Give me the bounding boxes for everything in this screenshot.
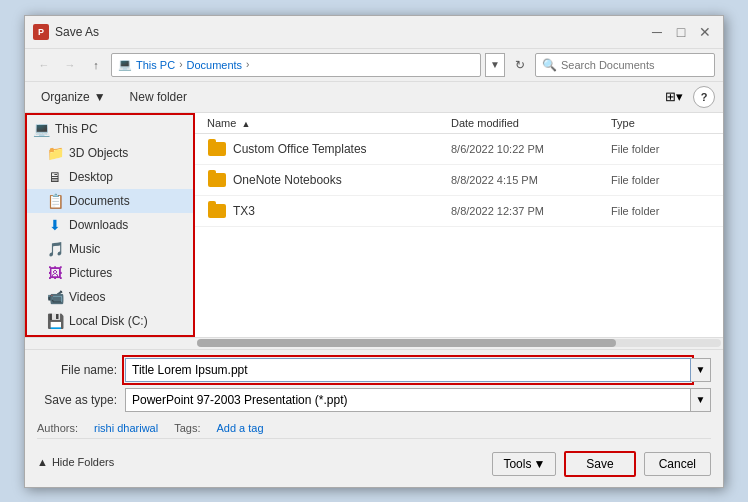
file-type-onenote: File folder	[611, 174, 711, 186]
column-type[interactable]: Type	[611, 117, 711, 129]
authors-value[interactable]: rishi dhariwal	[94, 422, 158, 434]
breadcrumb-sep1: ›	[179, 59, 182, 70]
sidebar-label-documents: Documents	[69, 194, 130, 208]
file-date-tx3: 8/8/2022 12:37 PM	[451, 205, 611, 217]
sidebar-label-music: Music	[69, 242, 100, 256]
breadcrumb-this-pc[interactable]: This PC	[136, 59, 175, 71]
filetype-label: Save as type:	[37, 393, 117, 407]
title-bar: P Save As ─ □ ✕	[25, 16, 723, 49]
table-row[interactable]: OneNote Notebooks 8/8/2022 4:15 PM File …	[195, 165, 723, 196]
sidebar-item-desktop[interactable]: 🖥 Desktop	[25, 165, 194, 189]
new-folder-label: New folder	[130, 90, 187, 104]
sidebar-item-documents[interactable]: 📋 Documents	[25, 189, 194, 213]
sidebar-label-this-pc: This PC	[55, 122, 98, 136]
bottom-bar: ▲ Hide Folders Tools ▼ Save Cancel	[37, 438, 711, 479]
file-type-tx3: File folder	[611, 205, 711, 217]
maximize-button[interactable]: □	[671, 22, 691, 42]
sidebar-item-3d-objects[interactable]: 📁 3D Objects	[25, 141, 194, 165]
folder-icon-tx3	[207, 201, 227, 221]
view-button[interactable]: ⊞ ▾	[663, 86, 685, 108]
hide-folders-button[interactable]: ▲ Hide Folders	[37, 452, 122, 472]
action-buttons: Tools ▼ Save Cancel	[492, 445, 711, 479]
sidebar-item-music[interactable]: 🎵 Music	[25, 237, 194, 261]
sidebar-label-pictures: Pictures	[69, 266, 112, 280]
breadcrumb[interactable]: 💻 This PC › Documents ›	[111, 53, 481, 77]
dialog-title: Save As	[55, 25, 641, 39]
address-dropdown-button[interactable]: ▼	[485, 53, 505, 77]
toolbar: Organize ▼ New folder ⊞ ▾ ?	[25, 82, 723, 113]
help-icon: ?	[701, 91, 708, 103]
cancel-button[interactable]: Cancel	[644, 452, 711, 476]
filetype-input[interactable]	[125, 388, 691, 412]
music-icon: 🎵	[47, 241, 63, 257]
bottom-section: File name: ▼ Save as type: ▼ Authors: ri…	[25, 349, 723, 487]
file-type-custom-templates: File folder	[611, 143, 711, 155]
sidebar-item-this-pc[interactable]: 💻 This PC	[25, 117, 194, 141]
refresh-button[interactable]: ↻	[509, 54, 531, 76]
file-name-tx3: TX3	[233, 204, 451, 218]
sidebar-label-desktop: Desktop	[69, 170, 113, 184]
organize-label: Organize	[41, 90, 90, 104]
organize-button[interactable]: Organize ▼	[33, 87, 114, 107]
sidebar-label-downloads: Downloads	[69, 218, 128, 232]
sidebar-label-videos: Videos	[69, 290, 105, 304]
disk-icon: 💾	[47, 313, 63, 329]
sidebar-item-pictures[interactable]: 🖼 Pictures	[25, 261, 194, 285]
documents-icon: 📋	[47, 193, 63, 209]
add-tag-link[interactable]: Add a tag	[216, 422, 263, 434]
close-button[interactable]: ✕	[695, 22, 715, 42]
breadcrumb-documents[interactable]: Documents	[186, 59, 242, 71]
sidebar-item-videos[interactable]: 📹 Videos	[25, 285, 194, 309]
hide-folders-label: Hide Folders	[52, 456, 114, 468]
filename-dropdown-button[interactable]: ▼	[691, 358, 711, 382]
back-button[interactable]: ←	[33, 54, 55, 76]
tools-label: Tools	[503, 457, 531, 471]
column-date[interactable]: Date modified	[451, 117, 611, 129]
downloads-icon: ⬇	[47, 217, 63, 233]
table-row[interactable]: Custom Office Templates 8/6/2022 10:22 P…	[195, 134, 723, 165]
view-icon: ⊞	[665, 89, 676, 104]
sidebar-label-local-disk: Local Disk (C:)	[69, 314, 148, 328]
filetype-row: Save as type: ▼	[37, 388, 711, 412]
videos-icon: 📹	[47, 289, 63, 305]
save-button[interactable]: Save	[564, 451, 635, 477]
file-list-header[interactable]: Name ▲ Date modified Type	[195, 113, 723, 134]
file-date-onenote: 8/8/2022 4:15 PM	[451, 174, 611, 186]
search-input[interactable]	[561, 59, 708, 71]
tags-label: Tags:	[174, 422, 200, 434]
sidebar-item-local-disk[interactable]: 💾 Local Disk (C:)	[25, 309, 194, 333]
scrollbar-track[interactable]	[197, 339, 721, 347]
search-box: 🔍	[535, 53, 715, 77]
file-list: Name ▲ Date modified Type Custom Office …	[195, 113, 723, 337]
tools-button[interactable]: Tools ▼	[492, 452, 556, 476]
sidebar: 💻 This PC 📁 3D Objects 🖥 Desktop 📋 Docum…	[25, 113, 195, 337]
folder-icon-custom-templates	[207, 139, 227, 159]
authors-label: Authors:	[37, 422, 78, 434]
pc-icon: 💻	[33, 121, 49, 137]
column-name[interactable]: Name ▲	[207, 117, 451, 129]
breadcrumb-pc-icon: 💻	[118, 58, 132, 71]
table-row[interactable]: TX3 8/8/2022 12:37 PM File folder	[195, 196, 723, 227]
new-folder-button[interactable]: New folder	[122, 87, 195, 107]
search-icon: 🔍	[542, 58, 557, 72]
folder-icon-onenote	[207, 170, 227, 190]
filetype-dropdown-button[interactable]: ▼	[691, 388, 711, 412]
organize-arrow-icon: ▼	[94, 90, 106, 104]
forward-button[interactable]: →	[59, 54, 81, 76]
app-icon: P	[33, 24, 49, 40]
minimize-button[interactable]: ─	[647, 22, 667, 42]
chevron-down-icon: ▲	[37, 456, 48, 468]
filename-label: File name:	[37, 363, 117, 377]
folder-icon-3d: 📁	[47, 145, 63, 161]
filename-input-wrap: ▼	[125, 358, 711, 382]
up-button[interactable]: ↑	[85, 54, 107, 76]
address-bar: ← → ↑ 💻 This PC › Documents › ▼ ↻ 🔍	[25, 49, 723, 82]
horizontal-scrollbar[interactable]	[25, 337, 723, 349]
filename-input[interactable]	[125, 358, 691, 382]
filetype-input-wrap: ▼	[125, 388, 711, 412]
sidebar-label-3d-objects: 3D Objects	[69, 146, 128, 160]
sidebar-item-downloads[interactable]: ⬇ Downloads	[25, 213, 194, 237]
scrollbar-thumb[interactable]	[197, 339, 616, 347]
file-name-custom-templates: Custom Office Templates	[233, 142, 451, 156]
help-button[interactable]: ?	[693, 86, 715, 108]
